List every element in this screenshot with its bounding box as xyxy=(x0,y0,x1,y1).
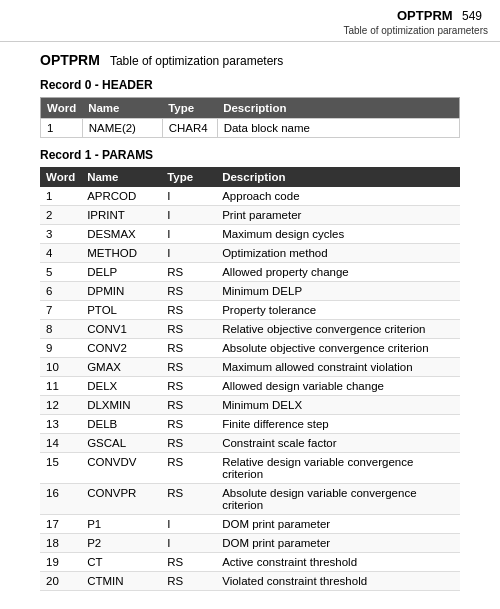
table-row: 12 DLXMIN RS Minimum DELX xyxy=(40,396,460,415)
table-row: 2 IPRINT I Print parameter xyxy=(40,206,460,225)
cell-desc: Violated constraint threshold xyxy=(216,572,460,591)
cell-name: DELP xyxy=(81,263,161,282)
cell-word: 1 xyxy=(40,187,81,206)
cell-type: RS xyxy=(161,377,216,396)
cell-name: CT xyxy=(81,553,161,572)
cell-type: RS xyxy=(161,453,216,484)
cell-name: CONVPR xyxy=(81,484,161,515)
cell-word: 9 xyxy=(40,339,81,358)
cell-word: 7 xyxy=(40,301,81,320)
record0-tbody: 1 NAME(2) CHAR4 Data block name xyxy=(41,119,460,138)
table-row: 10 GMAX RS Maximum allowed constraint vi… xyxy=(40,358,460,377)
cell-type: RS xyxy=(161,320,216,339)
cell-name: IPRINT xyxy=(81,206,161,225)
col-header-desc-1: Description xyxy=(216,167,460,187)
cell-word: 17 xyxy=(40,515,81,534)
table-row: 20 CTMIN RS Violated constraint threshol… xyxy=(40,572,460,591)
cell-desc: Absolute objective convergence criterion xyxy=(216,339,460,358)
cell-desc: Approach code xyxy=(216,187,460,206)
cell-name: DPMIN xyxy=(81,282,161,301)
cell-type: RS xyxy=(161,358,216,377)
cell-type: RS xyxy=(161,282,216,301)
cell-name: GSCAL xyxy=(81,434,161,453)
cell-type: RS xyxy=(161,415,216,434)
page-header: OPTPRM 549 Table of optimization paramet… xyxy=(0,0,500,42)
cell-desc: Constraint scale factor xyxy=(216,434,460,453)
col-header-type-0: Type xyxy=(162,98,217,119)
record0-header-row: Word Name Type Description xyxy=(41,98,460,119)
cell-name: METHOD xyxy=(81,244,161,263)
cell-desc: Print parameter xyxy=(216,206,460,225)
cell-word: 4 xyxy=(40,244,81,263)
cell-word: 3 xyxy=(40,225,81,244)
col-header-word-1: Word xyxy=(40,167,81,187)
cell-desc: Maximum allowed constraint violation xyxy=(216,358,460,377)
cell-type: RS xyxy=(161,301,216,320)
cell-type: CHAR4 xyxy=(162,119,217,138)
table-row: 18 P2 I DOM print parameter xyxy=(40,534,460,553)
cell-type: RS xyxy=(161,396,216,415)
cell-desc: Maximum design cycles xyxy=(216,225,460,244)
cell-name: DELB xyxy=(81,415,161,434)
cell-type: I xyxy=(161,244,216,263)
table-row: 19 CT RS Active constraint threshold xyxy=(40,553,460,572)
cell-desc: DOM print parameter xyxy=(216,515,460,534)
record0-thead: Word Name Type Description xyxy=(41,98,460,119)
col-header-type-1: Type xyxy=(161,167,216,187)
cell-name: APRCOD xyxy=(81,187,161,206)
cell-desc: Allowed property change xyxy=(216,263,460,282)
cell-desc: DOM print parameter xyxy=(216,534,460,553)
cell-desc: Finite difference step xyxy=(216,415,460,434)
cell-desc: Minimum DELX xyxy=(216,396,460,415)
table-row: 11 DELX RS Allowed design variable chang… xyxy=(40,377,460,396)
cell-name: CONV2 xyxy=(81,339,161,358)
page-num: 549 xyxy=(462,9,482,23)
record1-thead: Word Name Type Description xyxy=(40,167,460,187)
cell-type: RS xyxy=(161,484,216,515)
col-header-word-0: Word xyxy=(41,98,83,119)
page-title-right: OPTPRM xyxy=(397,8,453,23)
cell-name: CONVDV xyxy=(81,453,161,484)
cell-type: RS xyxy=(161,263,216,282)
cell-word: 20 xyxy=(40,572,81,591)
record1-tbody: 1 APRCOD I Approach code 2 IPRINT I Prin… xyxy=(40,187,460,591)
cell-desc: Relative objective convergence criterion xyxy=(216,320,460,339)
table-row: 5 DELP RS Allowed property change xyxy=(40,263,460,282)
section-desc: Table of optimization parameters xyxy=(110,54,283,68)
cell-type: RS xyxy=(161,553,216,572)
cell-word: 19 xyxy=(40,553,81,572)
cell-name: P2 xyxy=(81,534,161,553)
cell-name: CTMIN xyxy=(81,572,161,591)
cell-word: 8 xyxy=(40,320,81,339)
cell-desc: Property tolerance xyxy=(216,301,460,320)
cell-desc: Optimization method xyxy=(216,244,460,263)
cell-word: 1 xyxy=(41,119,83,138)
cell-name: NAME(2) xyxy=(82,119,162,138)
cell-desc: Minimum DELP xyxy=(216,282,460,301)
record0-label: Record 0 - HEADER xyxy=(40,78,460,92)
cell-word: 11 xyxy=(40,377,81,396)
cell-desc: Allowed design variable change xyxy=(216,377,460,396)
cell-word: 15 xyxy=(40,453,81,484)
table-row: 4 METHOD I Optimization method xyxy=(40,244,460,263)
cell-type: I xyxy=(161,534,216,553)
table-row: 9 CONV2 RS Absolute objective convergenc… xyxy=(40,339,460,358)
main-content: OPTPRM Table of optimization parameters … xyxy=(0,42,500,609)
cell-word: 10 xyxy=(40,358,81,377)
table-row: 1 APRCOD I Approach code xyxy=(40,187,460,206)
cell-word: 6 xyxy=(40,282,81,301)
cell-desc: Data block name xyxy=(217,119,459,138)
record1-table: Word Name Type Description 1 APRCOD I Ap… xyxy=(40,167,460,591)
cell-type: RS xyxy=(161,434,216,453)
table-row: 14 GSCAL RS Constraint scale factor xyxy=(40,434,460,453)
cell-desc: Absolute design variable convergence cri… xyxy=(216,484,460,515)
col-header-name-0: Name xyxy=(82,98,162,119)
cell-type: RS xyxy=(161,339,216,358)
cell-name: DLXMIN xyxy=(81,396,161,415)
page-subtitle-right: Table of optimization parameters xyxy=(343,25,488,36)
cell-type: I xyxy=(161,225,216,244)
table-row: 7 PTOL RS Property tolerance xyxy=(40,301,460,320)
table-row: 3 DESMAX I Maximum design cycles xyxy=(40,225,460,244)
cell-type: I xyxy=(161,515,216,534)
cell-type: RS xyxy=(161,572,216,591)
